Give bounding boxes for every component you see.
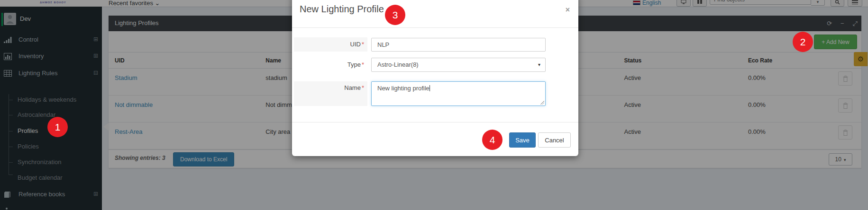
required-asterisk: * [362, 41, 364, 48]
save-button[interactable]: Save [509, 132, 536, 148]
cancel-button[interactable]: Cancel [538, 132, 571, 148]
annotation-step-2: 2 [793, 32, 813, 52]
required-asterisk: * [362, 61, 364, 68]
divider [292, 122, 578, 122]
uid-input[interactable]: NLP [371, 38, 546, 52]
type-select[interactable]: Astro-Linear(8) ▾ [371, 58, 546, 72]
resize-grip[interactable] [540, 101, 544, 105]
type-field-label: Type* [294, 61, 367, 68]
chevron-down-icon: ▾ [538, 58, 540, 71]
new-lighting-profile-dialog: New Lighting Profile × UID* NLP Type* As… [292, 0, 578, 156]
name-field-label: Name* [294, 84, 367, 91]
annotation-step-4: 4 [482, 130, 503, 150]
required-asterisk: * [362, 84, 364, 91]
annotation-step-3: 3 [385, 5, 405, 25]
text-cursor [429, 85, 430, 91]
dialog-title: New Lighting Profile [300, 4, 384, 15]
name-textarea[interactable]: New lighting profile [371, 81, 546, 106]
close-icon[interactable]: × [566, 6, 570, 14]
uid-field-label: UID* [294, 41, 367, 48]
annotation-step-1: 1 [47, 117, 68, 137]
divider [292, 27, 578, 28]
